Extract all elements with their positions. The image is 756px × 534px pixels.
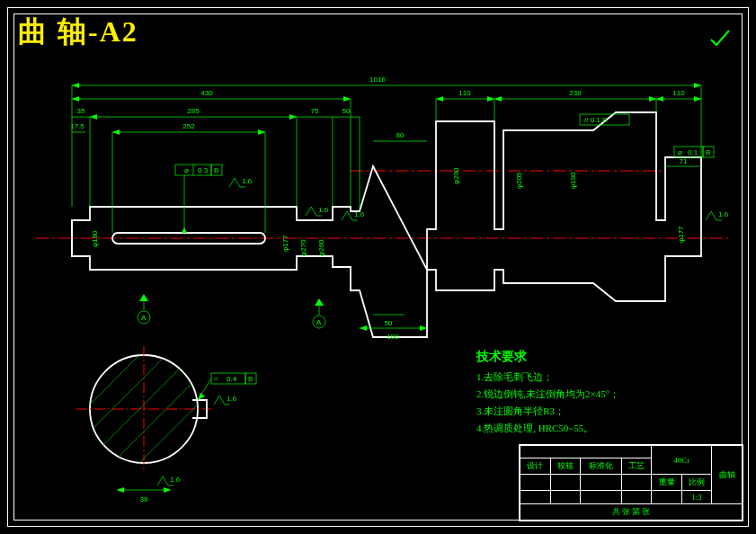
svg-text:1.6: 1.6 [242,177,253,185]
shaft-main-view: 1016 430 110 238 110 35 285 75 50 17.5 2… [36,67,728,346]
tech-req-item: 2.锐边倒钝,未注倒角均为2×45°； [476,387,619,401]
svg-marker-60 [182,227,187,233]
svg-text:φ190: φ190 [569,172,577,189]
svg-line-103 [72,342,180,441]
svg-line-105 [72,342,166,427]
svg-text:252: 252 [182,122,195,130]
tech-req-item: 3.未注圆角半径R3； [476,405,619,418]
svg-marker-10 [72,96,79,102]
svg-text:⌀: ⌀ [678,148,682,156]
svg-marker-47 [258,129,265,135]
svg-text:0.3: 0.3 [198,166,209,174]
svg-text:φ270: φ270 [299,239,307,256]
svg-marker-21 [494,96,502,102]
tech-req-heading: 技术要求 [476,349,619,365]
svg-text:φ205: φ205 [515,172,523,189]
svg-marker-16 [487,96,494,102]
svg-text:0.1: 0.1 [688,148,698,156]
svg-marker-92 [315,298,324,306]
svg-text:1.6: 1.6 [318,206,329,214]
svg-text:B: B [214,166,218,174]
technical-requirements: 技术要求 1.去除毛刺飞边； 2.锐边倒钝,未注倒角均为2×45°； 3.未注圆… [476,349,619,439]
svg-text:1.6: 1.6 [227,395,237,403]
svg-text:=: = [214,375,218,383]
svg-text:35: 35 [77,107,85,115]
svg-marker-46 [112,129,120,135]
svg-marker-88 [139,294,148,301]
svg-text:80: 80 [396,131,405,139]
svg-marker-27 [694,96,701,102]
svg-marker-32 [90,114,97,120]
svg-text:110: 110 [672,89,685,97]
svg-text:0.4: 0.4 [227,375,237,383]
svg-text:238: 238 [569,89,582,97]
svg-text:A: A [141,314,147,322]
svg-marker-7 [72,83,79,88]
section-view: 38 = 0.4 B 1.6 1.6 [72,342,270,512]
svg-line-101 [72,342,193,454]
svg-text:φ200: φ200 [452,167,460,184]
svg-text:100: 100 [387,333,399,341]
svg-text:φ177: φ177 [677,226,685,243]
svg-text:φ180: φ180 [91,230,99,247]
svg-marker-117 [198,393,205,400]
svg-marker-109 [164,487,171,493]
svg-text:17.5: 17.5 [70,122,84,130]
svg-text:71: 71 [680,157,688,165]
svg-text:50: 50 [342,107,351,115]
svg-text:430: 430 [200,89,213,97]
partname-cell: 曲轴 [712,446,743,504]
material-cell: 40Cr [652,446,712,475]
svg-text:A: A [316,318,322,326]
svg-marker-33 [289,114,297,120]
tech-req-item: 1.去除毛刺飞边； [476,370,619,384]
title-block: 40Cr 曲轴 设计校核 标准化工艺 重量比例 1:3 共 张 第 张 [519,444,743,521]
svg-text:75: 75 [311,107,319,115]
svg-text:1.6: 1.6 [170,476,181,484]
approval-mark-icon [709,27,731,53]
svg-text:38: 38 [140,495,148,503]
tech-req-item: 4.热调质处理, HRC50~55。 [476,422,619,435]
svg-text:⌀: ⌀ [184,166,189,174]
svg-text:285: 285 [187,107,200,115]
svg-marker-73 [360,325,367,331]
svg-marker-74 [420,325,427,331]
svg-text:110: 110 [458,89,471,97]
svg-marker-11 [343,96,351,102]
svg-marker-22 [649,96,656,102]
svg-text:1.6: 1.6 [718,210,728,218]
drawing-title: 曲 轴-A2 [18,13,138,52]
svg-text:B: B [706,148,710,156]
svg-text:φ260: φ260 [317,239,325,256]
svg-marker-108 [117,487,124,493]
svg-text:1.6: 1.6 [354,210,365,218]
svg-marker-15 [436,96,443,102]
svg-text:B: B [248,375,253,383]
svg-marker-8 [694,83,701,88]
svg-text:φ177: φ177 [281,235,289,252]
svg-text:50: 50 [385,319,393,327]
dim-overall: 1016 [369,76,386,84]
svg-marker-26 [656,96,663,102]
svg-text:// 0.1 B: // 0.1 B [584,116,607,124]
